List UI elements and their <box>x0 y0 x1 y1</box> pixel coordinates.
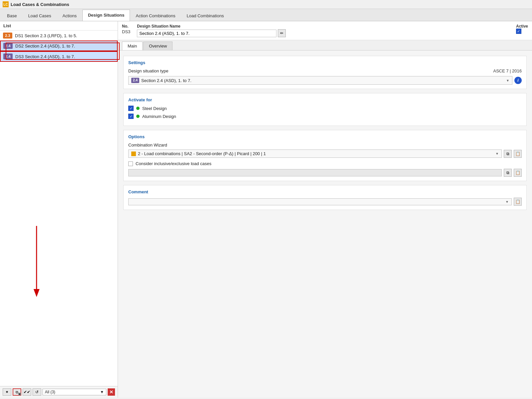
comment-paste-btn[interactable]: 📋 <box>514 198 522 206</box>
app-icon: LC <box>3 1 9 7</box>
inclusive-input-field[interactable] <box>128 169 502 176</box>
inclusive-row: Consider inclusive/exclusive load cases <box>128 161 522 166</box>
combination-wizard-label: Combination Wizard <box>128 143 167 148</box>
edit-icon-button[interactable]: ✏ <box>278 29 286 37</box>
comment-section: Comment ▼ 📋 <box>123 185 527 210</box>
inner-tab-main[interactable]: Main <box>122 42 143 50</box>
activate-section: Activate for ✓ Steel Design ✓ Aluminum D… <box>123 93 527 126</box>
ds-dropdown-row: 2.4 Section 2.4 (ASD), 1. to 7. ▼ i <box>128 76 522 85</box>
combination-wizard-row: 2 - Load combinations | SA2 - Second-ord… <box>128 150 522 158</box>
comment-dropdown-arrow: ▼ <box>505 200 509 204</box>
list-item-ds3-text: DS3 Section 2.4 (ASD), 1. to 7. <box>15 54 75 59</box>
window-title: Load Cases & Combinations <box>11 2 69 7</box>
inner-tabs: Main Overview <box>118 40 532 50</box>
left-panel-bottom: ✦ ⧉ ▼ ✔✔ ↺ All (3) ▼ ✕ <box>0 386 118 398</box>
combination-wizard-value: 2 - Load combinations | SA2 - Second-ord… <box>138 151 266 156</box>
ds-dropdown[interactable]: 2.4 Section 2.4 (ASD), 1. to 7. ▼ <box>128 76 512 85</box>
comment-input-row: ▼ 📋 <box>128 198 522 206</box>
list-item-ds1[interactable]: 2.3 DS1 Section 2.3 (LRFD), 1. to 5. <box>0 31 118 41</box>
badge-ds3: 2.4 <box>3 53 13 59</box>
all-dropdown[interactable]: All (3) ▼ <box>43 389 106 395</box>
inner-tab-overview[interactable]: Overview <box>143 42 172 50</box>
steel-design-row: ✓ Steel Design <box>128 106 522 111</box>
aluminum-checkbox[interactable]: ✓ <box>128 114 134 119</box>
chevron-icon: ▼ <box>100 390 104 394</box>
title-bar: LC Load Cases & Combinations <box>0 0 532 9</box>
tab-load-combinations[interactable]: Load Combinations <box>181 10 230 21</box>
list-items: 2.3 DS1 Section 2.3 (LRFD), 1. to 5. 2.4… <box>0 31 118 386</box>
combo-dropdown-arrow: ▼ <box>495 152 499 155</box>
active-label: Active <box>516 24 528 29</box>
dropdown-text: Section 2.4 (ASD), 1. to 7. <box>141 78 191 83</box>
comment-dropdown[interactable]: ▼ <box>128 198 512 205</box>
dropdown-badge: 2.4 <box>131 78 139 83</box>
main-content: List 2.3 DS1 Section 2.3 (LRFD), 1. to 5… <box>0 21 532 398</box>
settings-title: Settings <box>128 60 522 65</box>
steel-label: Steel Design <box>142 106 167 111</box>
design-name-label: Design Situation Name <box>137 24 286 29</box>
active-section: Active ✓ <box>516 24 528 34</box>
design-name-input[interactable] <box>137 30 276 37</box>
orange-square-icon <box>131 151 136 156</box>
steel-dot <box>136 107 140 110</box>
combo-paste-btn[interactable]: 📋 <box>514 150 522 158</box>
ds-type-label: Design situation type <box>128 68 168 73</box>
tab-load-cases[interactable]: Load Cases <box>23 10 57 21</box>
aluminum-design-row: ✓ Aluminum Design <box>128 114 522 119</box>
no-label: No. <box>122 24 130 29</box>
combo-copy-btn[interactable]: ⧉ <box>504 150 512 158</box>
steel-checkbox[interactable]: ✓ <box>128 106 134 111</box>
settings-block: Settings Design situation type ASCE 7 | … <box>123 56 527 89</box>
combination-wizard-dropdown[interactable]: 2 - Load combinations | SA2 - Second-ord… <box>128 150 502 158</box>
tab-action-combinations[interactable]: Action Combinations <box>130 10 181 21</box>
list-item-ds2-text: DS2 Section 2.4 (ASD), 1. to 7. <box>15 44 75 49</box>
aluminum-dot <box>136 115 140 118</box>
inclusive-label: Consider inclusive/exclusive load cases <box>136 161 211 166</box>
duplicate-button[interactable]: ⧉ ▼ <box>13 388 21 396</box>
inclusive-checkbox[interactable] <box>128 161 133 166</box>
list-item-ds2[interactable]: 2.4 DS2 Section 2.4 (ASD), 1. to 7. <box>0 41 118 51</box>
list-item-ds1-text: DS1 Section 2.3 (LRFD), 1. to 5. <box>15 33 77 38</box>
list-item-ds3[interactable]: 2.4 DS3 Section 2.4 (ASD), 1. to 7. <box>0 51 118 62</box>
left-panel: List 2.3 DS1 Section 2.3 (LRFD), 1. to 5… <box>0 21 118 398</box>
inclusive-copy-btn[interactable]: ⧉ <box>504 169 512 177</box>
badge-ds2: 2.4 <box>3 43 13 49</box>
tab-actions[interactable]: Actions <box>57 10 82 21</box>
name-field-group: Design Situation Name ✏ <box>137 24 286 37</box>
options-title: Options <box>128 134 522 139</box>
all-count-label: All (3) <box>45 390 55 394</box>
inclusive-paste-btn[interactable]: 📋 <box>514 169 522 177</box>
refresh-button[interactable]: ↺ <box>33 388 41 396</box>
list-header: List <box>0 21 118 31</box>
aluminum-label: Aluminum Design <box>142 114 176 119</box>
comment-title: Comment <box>128 189 522 194</box>
right-panel: No. DS3 Design Situation Name ✏ Active ✓ <box>118 21 532 398</box>
dropdown-arrow-icon: ▼ <box>506 79 509 82</box>
inclusive-input-row: ⧉ 📋 <box>128 169 522 177</box>
active-checkbox[interactable]: ✓ <box>516 29 521 34</box>
info-button[interactable]: i <box>514 77 522 84</box>
tab-base[interactable]: Base <box>1 10 23 21</box>
validate-button[interactable]: ✔✔ <box>23 388 31 396</box>
badge-ds1: 2.3 <box>3 33 12 39</box>
no-value: DS3 <box>122 29 130 34</box>
ds-type-value: ASCE 7 | 2016 <box>493 68 522 73</box>
design-name-row: ✏ <box>137 29 286 37</box>
delete-button[interactable]: ✕ <box>108 388 115 396</box>
no-field-group: No. DS3 <box>122 24 130 34</box>
activate-title: Activate for <box>128 97 522 102</box>
tab-design-situations[interactable]: Design Situations <box>82 10 130 21</box>
ds-type-row: Design situation type ASCE 7 | 2016 <box>128 68 522 73</box>
right-top-bar: No. DS3 Design Situation Name ✏ Active ✓ <box>118 21 532 40</box>
add-button[interactable]: ✦ <box>3 388 11 396</box>
options-block: Options Combination Wizard 2 - Load comb… <box>123 130 527 181</box>
content-area: Settings Design situation type ASCE 7 | … <box>118 50 532 398</box>
tab-bar: Base Load Cases Actions Design Situation… <box>0 9 532 21</box>
